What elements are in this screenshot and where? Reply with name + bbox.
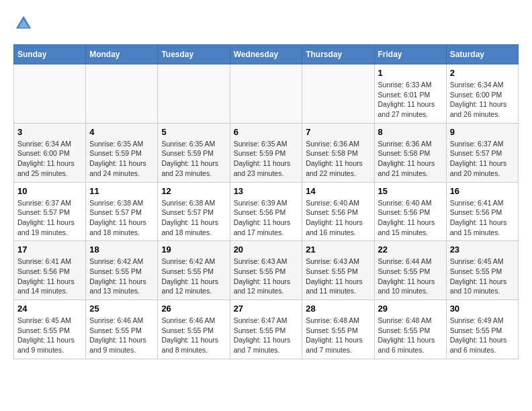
day-info: Sunrise: 6:45 AM Sunset: 5:55 PM Dayligh… [17, 316, 82, 355]
day-cell: 12Sunrise: 6:38 AM Sunset: 5:57 PM Dayli… [158, 182, 230, 241]
day-number: 29 [378, 304, 443, 314]
weekday-header-saturday: Saturday [446, 45, 518, 64]
day-info: Sunrise: 6:34 AM Sunset: 6:00 PM Dayligh… [17, 139, 82, 179]
day-cell: 28Sunrise: 6:48 AM Sunset: 5:55 PM Dayli… [302, 300, 374, 359]
day-number: 13 [234, 186, 299, 196]
day-cell: 24Sunrise: 6:45 AM Sunset: 5:55 PM Dayli… [14, 300, 86, 359]
day-info: Sunrise: 6:36 AM Sunset: 5:58 PM Dayligh… [378, 139, 443, 179]
day-info: Sunrise: 6:45 AM Sunset: 5:55 PM Dayligh… [450, 257, 515, 296]
day-info: Sunrise: 6:48 AM Sunset: 5:55 PM Dayligh… [378, 316, 443, 355]
day-cell: 5Sunrise: 6:35 AM Sunset: 5:59 PM Daylig… [158, 123, 230, 182]
weekday-header-thursday: Thursday [302, 45, 374, 64]
calendar-table: SundayMondayTuesdayWednesdayThursdayFrid… [13, 44, 519, 359]
day-number: 10 [17, 186, 82, 196]
weekday-header-tuesday: Tuesday [158, 45, 230, 64]
day-info: Sunrise: 6:49 AM Sunset: 5:55 PM Dayligh… [450, 316, 515, 355]
logo-icon [13, 13, 34, 34]
day-cell: 9Sunrise: 6:37 AM Sunset: 5:57 PM Daylig… [446, 123, 518, 182]
day-cell: 3Sunrise: 6:34 AM Sunset: 6:00 PM Daylig… [14, 123, 86, 182]
day-info: Sunrise: 6:40 AM Sunset: 5:56 PM Dayligh… [378, 198, 443, 238]
day-number: 27 [234, 304, 299, 314]
logo [13, 13, 36, 34]
day-info: Sunrise: 6:46 AM Sunset: 5:55 PM Dayligh… [161, 316, 226, 355]
day-number: 1 [378, 68, 443, 78]
day-cell: 6Sunrise: 6:35 AM Sunset: 5:59 PM Daylig… [230, 123, 302, 182]
day-number: 12 [161, 186, 226, 196]
day-cell [158, 64, 230, 124]
day-number: 24 [17, 304, 82, 314]
day-number: 11 [89, 186, 154, 196]
day-cell: 17Sunrise: 6:41 AM Sunset: 5:56 PM Dayli… [14, 241, 86, 300]
day-number: 14 [306, 186, 370, 196]
day-info: Sunrise: 6:35 AM Sunset: 5:59 PM Dayligh… [161, 139, 226, 179]
day-number: 7 [306, 127, 370, 137]
day-number: 5 [161, 127, 226, 137]
day-info: Sunrise: 6:38 AM Sunset: 5:57 PM Dayligh… [161, 198, 226, 238]
day-info: Sunrise: 6:44 AM Sunset: 5:55 PM Dayligh… [378, 257, 443, 296]
day-info: Sunrise: 6:42 AM Sunset: 5:55 PM Dayligh… [89, 257, 154, 296]
day-info: Sunrise: 6:35 AM Sunset: 5:59 PM Dayligh… [89, 139, 154, 179]
day-number: 22 [378, 244, 443, 255]
day-number: 20 [234, 244, 299, 255]
day-cell: 1Sunrise: 6:33 AM Sunset: 6:01 PM Daylig… [374, 64, 446, 124]
day-info: Sunrise: 6:43 AM Sunset: 5:55 PM Dayligh… [306, 257, 370, 296]
day-info: Sunrise: 6:37 AM Sunset: 5:57 PM Dayligh… [450, 139, 515, 179]
day-number: 25 [89, 304, 154, 314]
day-cell: 21Sunrise: 6:43 AM Sunset: 5:55 PM Dayli… [302, 241, 374, 300]
day-cell [302, 64, 374, 124]
day-cell: 8Sunrise: 6:36 AM Sunset: 5:58 PM Daylig… [374, 123, 446, 182]
day-cell: 11Sunrise: 6:38 AM Sunset: 5:57 PM Dayli… [86, 182, 158, 241]
weekday-header: SundayMondayTuesdayWednesdayThursdayFrid… [14, 45, 519, 64]
day-info: Sunrise: 6:48 AM Sunset: 5:55 PM Dayligh… [306, 316, 370, 355]
day-info: Sunrise: 6:40 AM Sunset: 5:56 PM Dayligh… [306, 198, 370, 238]
day-number: 21 [306, 244, 370, 255]
day-cell: 15Sunrise: 6:40 AM Sunset: 5:56 PM Dayli… [374, 182, 446, 241]
page-header [13, 13, 519, 34]
week-row-1: 1Sunrise: 6:33 AM Sunset: 6:01 PM Daylig… [14, 64, 519, 124]
day-info: Sunrise: 6:47 AM Sunset: 5:55 PM Dayligh… [234, 316, 299, 355]
day-cell: 20Sunrise: 6:43 AM Sunset: 5:55 PM Dayli… [230, 241, 302, 300]
day-info: Sunrise: 6:36 AM Sunset: 5:58 PM Dayligh… [306, 139, 370, 179]
day-number: 4 [89, 127, 154, 137]
day-number: 15 [378, 186, 443, 196]
day-number: 26 [161, 304, 226, 314]
day-number: 8 [378, 127, 443, 137]
day-cell: 30Sunrise: 6:49 AM Sunset: 5:55 PM Dayli… [446, 300, 518, 359]
day-number: 17 [17, 244, 82, 255]
day-number: 19 [161, 244, 226, 255]
day-info: Sunrise: 6:35 AM Sunset: 5:59 PM Dayligh… [234, 139, 299, 179]
day-cell: 26Sunrise: 6:46 AM Sunset: 5:55 PM Dayli… [158, 300, 230, 359]
day-number: 3 [17, 127, 82, 137]
day-cell: 4Sunrise: 6:35 AM Sunset: 5:59 PM Daylig… [86, 123, 158, 182]
week-row-2: 3Sunrise: 6:34 AM Sunset: 6:00 PM Daylig… [14, 123, 519, 182]
day-info: Sunrise: 6:34 AM Sunset: 6:00 PM Dayligh… [450, 80, 515, 120]
day-cell: 29Sunrise: 6:48 AM Sunset: 5:55 PM Dayli… [374, 300, 446, 359]
day-number: 2 [450, 68, 515, 78]
day-cell: 19Sunrise: 6:42 AM Sunset: 5:55 PM Dayli… [158, 241, 230, 300]
week-row-5: 24Sunrise: 6:45 AM Sunset: 5:55 PM Dayli… [14, 300, 519, 359]
day-info: Sunrise: 6:37 AM Sunset: 5:57 PM Dayligh… [17, 198, 82, 238]
day-info: Sunrise: 6:46 AM Sunset: 5:55 PM Dayligh… [89, 316, 154, 355]
day-cell: 25Sunrise: 6:46 AM Sunset: 5:55 PM Dayli… [86, 300, 158, 359]
day-number: 16 [450, 186, 515, 196]
weekday-header-monday: Monday [86, 45, 158, 64]
day-number: 28 [306, 304, 370, 314]
weekday-header-wednesday: Wednesday [230, 45, 302, 64]
day-info: Sunrise: 6:42 AM Sunset: 5:55 PM Dayligh… [161, 257, 226, 296]
day-cell: 7Sunrise: 6:36 AM Sunset: 5:58 PM Daylig… [302, 123, 374, 182]
day-cell [14, 64, 86, 124]
day-cell: 23Sunrise: 6:45 AM Sunset: 5:55 PM Dayli… [446, 241, 518, 300]
weekday-header-sunday: Sunday [14, 45, 86, 64]
day-cell: 16Sunrise: 6:41 AM Sunset: 5:56 PM Dayli… [446, 182, 518, 241]
day-info: Sunrise: 6:33 AM Sunset: 6:01 PM Dayligh… [378, 80, 443, 120]
day-cell: 22Sunrise: 6:44 AM Sunset: 5:55 PM Dayli… [374, 241, 446, 300]
weekday-header-friday: Friday [374, 45, 446, 64]
day-cell: 27Sunrise: 6:47 AM Sunset: 5:55 PM Dayli… [230, 300, 302, 359]
calendar-body: 1Sunrise: 6:33 AM Sunset: 6:01 PM Daylig… [14, 64, 519, 359]
day-info: Sunrise: 6:38 AM Sunset: 5:57 PM Dayligh… [89, 198, 154, 238]
day-cell [230, 64, 302, 124]
day-info: Sunrise: 6:43 AM Sunset: 5:55 PM Dayligh… [234, 257, 299, 296]
day-number: 9 [450, 127, 515, 137]
day-info: Sunrise: 6:41 AM Sunset: 5:56 PM Dayligh… [450, 198, 515, 238]
week-row-3: 10Sunrise: 6:37 AM Sunset: 5:57 PM Dayli… [14, 182, 519, 241]
